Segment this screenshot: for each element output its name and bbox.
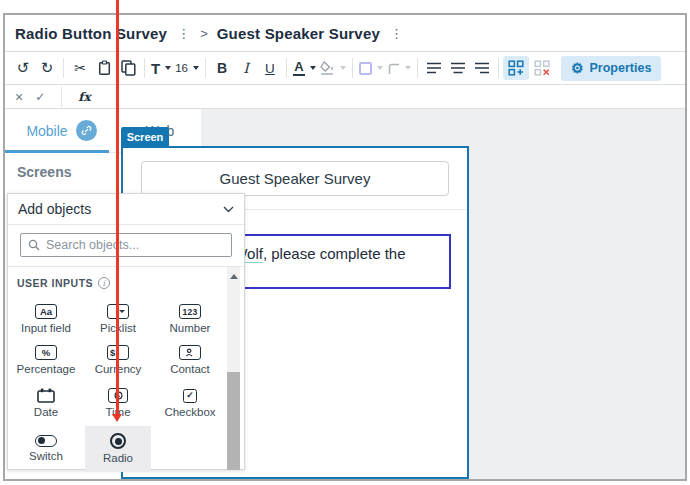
undo-button[interactable]: ↺ bbox=[11, 56, 35, 80]
object-item-switch[interactable]: Switch bbox=[10, 426, 82, 472]
search-box[interactable] bbox=[20, 233, 232, 257]
add-objects-panel: Add objects USER INPUTS i bbox=[7, 193, 245, 470]
kebab-menu-icon-2[interactable]: ⋮ bbox=[389, 27, 404, 40]
switch-icon bbox=[35, 435, 57, 447]
chevron-down-icon bbox=[377, 66, 383, 70]
tab-mobile-label: Mobile bbox=[26, 123, 67, 139]
corner-icon bbox=[387, 62, 400, 75]
confirm-formula-button[interactable]: ✓ bbox=[35, 91, 45, 103]
chevron-down-icon bbox=[405, 66, 411, 70]
search-section bbox=[8, 225, 244, 267]
bold-button[interactable]: B bbox=[210, 56, 234, 80]
search-input[interactable] bbox=[46, 238, 224, 252]
border-square-icon bbox=[359, 62, 372, 75]
text-color-dropdown[interactable]: A bbox=[291, 56, 318, 80]
font-size-value: 16 bbox=[175, 62, 188, 74]
object-item-date[interactable]: Date bbox=[10, 381, 82, 426]
objects-grid-empty-cell bbox=[154, 426, 226, 472]
border-style-dropdown[interactable] bbox=[357, 56, 385, 80]
search-icon bbox=[28, 239, 40, 251]
scissors-icon: ✂ bbox=[74, 60, 86, 76]
add-layout-icon bbox=[508, 60, 524, 76]
toolbar-separator bbox=[286, 58, 287, 78]
object-item-radio[interactable]: Radio bbox=[85, 426, 151, 472]
chevron-down-icon[interactable] bbox=[223, 206, 234, 213]
number-icon: 123 bbox=[179, 304, 201, 319]
toolbar-separator bbox=[352, 58, 353, 78]
toolbar-separator bbox=[205, 58, 206, 78]
align-left-button[interactable] bbox=[422, 56, 446, 80]
redo-icon: ↻ bbox=[41, 59, 54, 77]
add-objects-label: Add objects bbox=[18, 201, 91, 217]
cancel-formula-button[interactable]: × bbox=[15, 90, 23, 104]
chevron-down-icon bbox=[165, 66, 171, 70]
add-objects-header[interactable]: Add objects bbox=[8, 194, 244, 225]
add-layout-button[interactable] bbox=[503, 56, 529, 80]
cut-button[interactable]: ✂ bbox=[68, 56, 92, 80]
font-size-dropdown[interactable]: 16 bbox=[173, 56, 201, 80]
chevron-down-icon bbox=[193, 66, 199, 70]
object-item-checkbox[interactable]: ✓ Checkbox bbox=[154, 381, 226, 426]
scrollbar-thumb[interactable] bbox=[227, 372, 240, 470]
close-icon: × bbox=[15, 89, 23, 105]
font-dropdown[interactable]: T bbox=[149, 56, 173, 80]
link-badge[interactable] bbox=[76, 120, 97, 141]
text-color-icon: A bbox=[293, 60, 305, 77]
scrollbar-track[interactable] bbox=[227, 267, 240, 470]
paste-button[interactable] bbox=[92, 56, 116, 80]
properties-button[interactable]: ⚙ Properties bbox=[561, 56, 661, 81]
formula-bar: × ✓ fx bbox=[5, 85, 685, 109]
tab-mobile[interactable]: Mobile bbox=[5, 109, 118, 152]
chevron-down-icon bbox=[310, 66, 316, 70]
page: Radio Button Survey ⋮ > Guest Speaker Su… bbox=[0, 0, 690, 485]
copy-button[interactable] bbox=[116, 56, 140, 80]
object-item-number[interactable]: 123 Number bbox=[154, 299, 226, 340]
scroll-up-icon[interactable] bbox=[230, 274, 238, 279]
breadcrumb-chevron: > bbox=[200, 26, 208, 41]
object-item-input-field[interactable]: Aa Input field bbox=[10, 299, 82, 340]
align-right-button[interactable] bbox=[470, 56, 494, 80]
remove-layout-icon bbox=[534, 60, 550, 76]
toolbar-separator bbox=[63, 58, 64, 78]
properties-label: Properties bbox=[590, 61, 652, 75]
survey-title-box[interactable]: Guest Speaker Survey bbox=[141, 161, 449, 196]
annotation-line bbox=[116, 0, 119, 416]
formatting-toolbar: ↺ ↻ ✂ T 16 B I U bbox=[5, 52, 685, 85]
remove-layout-button[interactable] bbox=[529, 56, 555, 80]
fill-color-icon bbox=[320, 61, 335, 76]
screen-tab-label[interactable]: Screen bbox=[121, 127, 169, 146]
info-icon[interactable]: i bbox=[98, 277, 110, 289]
title-bar: Radio Button Survey ⋮ > Guest Speaker Su… bbox=[5, 15, 685, 52]
toolbar-separator bbox=[144, 58, 145, 78]
underline-button[interactable]: U bbox=[258, 56, 282, 80]
copy-icon bbox=[121, 60, 136, 76]
clipboard-icon bbox=[98, 60, 111, 76]
survey-title: Guest Speaker Survey bbox=[220, 170, 371, 187]
user-inputs-section-label: USER INPUTS i bbox=[17, 277, 110, 289]
italic-button[interactable]: I bbox=[234, 56, 258, 80]
radio-icon bbox=[110, 433, 126, 449]
redo-button[interactable]: ↻ bbox=[35, 56, 59, 80]
content-area: Mobile Web Screens + Add objects bbox=[5, 109, 685, 479]
check-icon: ✓ bbox=[35, 90, 45, 104]
toolbar-separator bbox=[417, 58, 418, 78]
app-title: Radio Button Survey bbox=[15, 25, 167, 42]
toolbar-separator bbox=[498, 58, 499, 78]
fx-icon: fx bbox=[78, 90, 90, 104]
chevron-down-icon bbox=[340, 66, 346, 70]
annotation-arrowhead-icon bbox=[112, 414, 122, 422]
corner-style-dropdown[interactable] bbox=[385, 56, 413, 80]
calendar-icon bbox=[37, 388, 55, 403]
checkbox-icon: ✓ bbox=[183, 389, 197, 403]
fill-color-dropdown[interactable] bbox=[318, 56, 348, 80]
objects-list: USER INPUTS i Aa Input field Picklist bbox=[8, 267, 244, 470]
link-icon bbox=[81, 125, 92, 136]
undo-icon: ↺ bbox=[17, 59, 30, 77]
page-title: Guest Speaker Survey bbox=[217, 25, 380, 42]
screens-label: Screens bbox=[17, 164, 71, 180]
align-center-button[interactable] bbox=[446, 56, 470, 80]
object-item-percentage[interactable]: % Percentage bbox=[10, 340, 82, 381]
align-center-icon bbox=[450, 62, 466, 74]
object-item-contact[interactable]: Contact bbox=[154, 340, 226, 381]
kebab-menu-icon[interactable]: ⋮ bbox=[176, 27, 191, 40]
